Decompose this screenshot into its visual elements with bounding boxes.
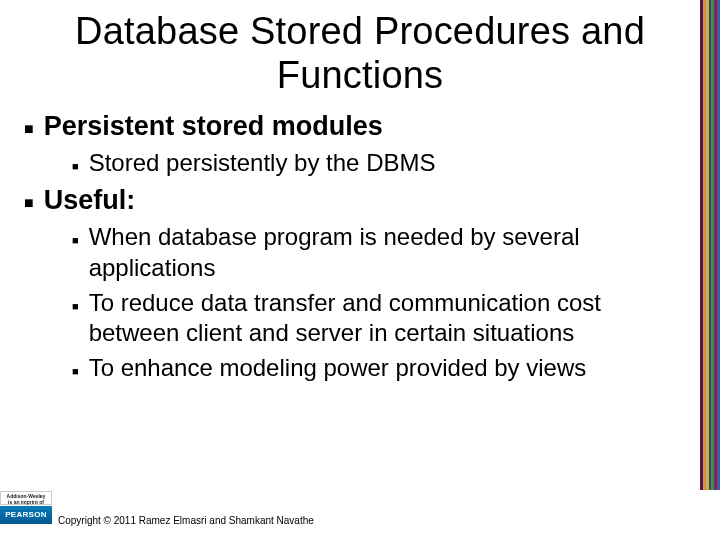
- slide-title: Database Stored Procedures and Functions: [24, 10, 696, 97]
- bullet-text: Persistent stored modules: [44, 111, 383, 142]
- bullet-level2: ■ To enhance modeling power provided by …: [72, 353, 696, 384]
- slide: Database Stored Procedures and Functions…: [0, 0, 720, 540]
- bullet-level1: ■ Useful:: [24, 185, 696, 216]
- bullet-level1: ■ Persistent stored modules: [24, 111, 696, 142]
- bullet-text: Useful:: [44, 185, 136, 216]
- pearson-brand: PEARSON: [0, 506, 52, 524]
- square-bullet-icon: ■: [24, 194, 34, 212]
- bullet-text: When database program is needed by sever…: [89, 222, 696, 283]
- bullet-text: Stored persistently by the DBMS: [89, 148, 436, 179]
- bullet-level2: ■ Stored persistently by the DBMS: [72, 148, 696, 179]
- bullet-text: To reduce data transfer and communicatio…: [89, 288, 696, 349]
- square-bullet-icon: ■: [24, 120, 34, 138]
- square-bullet-icon: ■: [72, 364, 79, 378]
- square-bullet-icon: ■: [72, 299, 79, 313]
- square-bullet-icon: ■: [72, 159, 79, 173]
- copyright-text: Copyright © 2011 Ramez Elmasri and Shamk…: [58, 515, 314, 526]
- square-bullet-icon: ■: [72, 233, 79, 247]
- bullet-text: To enhance modeling power provided by vi…: [89, 353, 587, 384]
- imprint-line2: is an imprint of: [8, 499, 44, 505]
- publisher-logo: Addison-Wesley is an imprint of PEARSON: [0, 491, 52, 525]
- decorative-stripes: [700, 0, 720, 490]
- slide-footer: Addison-Wesley is an imprint of PEARSON …: [0, 492, 720, 540]
- bullet-level2: ■ To reduce data transfer and communicat…: [72, 288, 696, 349]
- imprint-label: Addison-Wesley is an imprint of: [0, 491, 52, 505]
- bullet-level2: ■ When database program is needed by sev…: [72, 222, 696, 283]
